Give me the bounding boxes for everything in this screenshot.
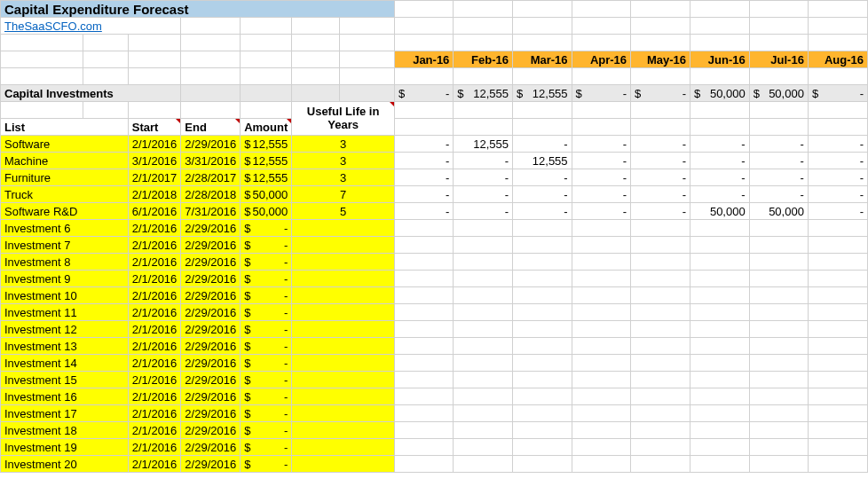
month-cell[interactable] xyxy=(572,220,630,237)
month-cell[interactable] xyxy=(572,372,630,388)
cell[interactable] xyxy=(394,1,453,18)
month-cell[interactable] xyxy=(690,405,750,422)
month-cell[interactable] xyxy=(454,422,513,439)
month-cell[interactable] xyxy=(808,355,867,372)
month-cell[interactable] xyxy=(631,304,690,321)
month-cell[interactable]: - xyxy=(512,169,572,186)
investment-name[interactable]: Investment 19 xyxy=(1,439,129,456)
amount[interactable]: - xyxy=(241,254,292,271)
end-date[interactable]: 2/29/2016 xyxy=(181,237,241,254)
month-cell[interactable] xyxy=(454,338,513,355)
month-cell[interactable] xyxy=(454,254,513,271)
month-cell[interactable] xyxy=(572,405,630,422)
investment-name[interactable]: Software R&D xyxy=(1,203,129,220)
month-cell[interactable]: - xyxy=(572,153,630,169)
start-date[interactable]: 2/1/2016 xyxy=(128,254,181,271)
month-cell[interactable]: - xyxy=(454,153,513,169)
month-cell[interactable] xyxy=(512,355,572,372)
amount[interactable]: - xyxy=(241,355,292,372)
end-date[interactable]: 2/29/2016 xyxy=(181,388,241,405)
amount[interactable]: - xyxy=(241,237,292,254)
month-cell[interactable]: 12,555 xyxy=(512,153,572,169)
cell[interactable] xyxy=(808,1,867,18)
investment-name[interactable]: Investment 9 xyxy=(1,271,129,287)
end-date[interactable]: 2/29/2016 xyxy=(181,220,241,237)
month-cell[interactable] xyxy=(454,456,513,473)
start-date[interactable]: 3/1/2016 xyxy=(128,153,181,169)
month-cell[interactable]: - xyxy=(749,153,808,169)
amount[interactable]: - xyxy=(241,321,292,338)
month-cell[interactable] xyxy=(690,372,750,388)
month-cell[interactable] xyxy=(512,439,572,456)
useful-life[interactable] xyxy=(292,254,395,271)
month-cell[interactable] xyxy=(749,287,808,304)
month-cell[interactable] xyxy=(394,355,453,372)
start-date[interactable]: 2/1/2016 xyxy=(128,271,181,287)
month-cell[interactable] xyxy=(631,220,690,237)
month-cell[interactable]: - xyxy=(394,136,453,153)
month-cell[interactable] xyxy=(512,220,572,237)
useful-life[interactable] xyxy=(292,439,395,456)
amount[interactable]: - xyxy=(241,456,292,473)
month-cell[interactable] xyxy=(749,254,808,271)
end-date[interactable]: 2/29/2016 xyxy=(181,355,241,372)
start-date[interactable]: 2/1/2016 xyxy=(128,304,181,321)
investment-name[interactable]: Investment 12 xyxy=(1,321,129,338)
month-cell[interactable] xyxy=(631,388,690,405)
investment-name[interactable]: Software xyxy=(1,136,129,153)
useful-life[interactable]: 7 xyxy=(292,186,395,203)
end-date[interactable]: 2/29/2016 xyxy=(181,338,241,355)
useful-life[interactable] xyxy=(292,321,395,338)
end-date[interactable]: 2/29/2016 xyxy=(181,321,241,338)
month-cell[interactable]: 50,000 xyxy=(749,203,808,220)
investment-name[interactable]: Investment 8 xyxy=(1,254,129,271)
month-cell[interactable] xyxy=(808,287,867,304)
amount[interactable]: 12,555 xyxy=(241,153,292,169)
end-date[interactable]: 2/29/2016 xyxy=(181,271,241,287)
end-date[interactable]: 2/29/2016 xyxy=(181,439,241,456)
cell[interactable] xyxy=(512,1,572,18)
month-cell[interactable] xyxy=(512,237,572,254)
month-cell[interactable] xyxy=(631,439,690,456)
month-cell[interactable]: 12,555 xyxy=(454,136,513,153)
month-cell[interactable] xyxy=(454,271,513,287)
end-date[interactable]: 2/29/2016 xyxy=(181,287,241,304)
useful-life[interactable] xyxy=(292,287,395,304)
cell[interactable] xyxy=(749,1,808,18)
month-cell[interactable] xyxy=(749,355,808,372)
month-cell[interactable] xyxy=(454,237,513,254)
month-cell[interactable] xyxy=(690,271,750,287)
month-cell[interactable] xyxy=(749,321,808,338)
amount[interactable]: - xyxy=(241,405,292,422)
start-date[interactable]: 2/1/2016 xyxy=(128,237,181,254)
start-date[interactable]: 2/1/2016 xyxy=(128,338,181,355)
investment-name[interactable]: Investment 7 xyxy=(1,237,129,254)
month-cell[interactable] xyxy=(808,304,867,321)
amount[interactable]: - xyxy=(241,304,292,321)
useful-life[interactable] xyxy=(292,338,395,355)
end-date[interactable]: 2/29/2016 xyxy=(181,304,241,321)
investment-name[interactable]: Investment 11 xyxy=(1,304,129,321)
useful-life[interactable]: 3 xyxy=(292,153,395,169)
month-cell[interactable] xyxy=(394,237,453,254)
cell[interactable] xyxy=(631,1,690,18)
month-cell[interactable] xyxy=(631,338,690,355)
month-cell[interactable] xyxy=(572,439,630,456)
month-cell[interactable] xyxy=(512,456,572,473)
start-date[interactable]: 2/1/2017 xyxy=(128,169,181,186)
month-cell[interactable] xyxy=(572,456,630,473)
end-date[interactable]: 2/29/2016 xyxy=(181,456,241,473)
month-cell[interactable]: - xyxy=(394,153,453,169)
spreadsheet-grid[interactable]: Capital Expenditure ForecastTheSaaSCFO.c… xyxy=(0,0,868,473)
investment-name[interactable]: Investment 18 xyxy=(1,422,129,439)
month-cell[interactable] xyxy=(631,237,690,254)
month-cell[interactable]: - xyxy=(690,186,750,203)
month-cell[interactable]: - xyxy=(808,169,867,186)
month-cell[interactable] xyxy=(690,388,750,405)
month-cell[interactable] xyxy=(572,287,630,304)
month-cell[interactable] xyxy=(512,388,572,405)
month-cell[interactable] xyxy=(749,405,808,422)
month-cell[interactable]: - xyxy=(572,169,630,186)
start-date[interactable]: 2/1/2016 xyxy=(128,321,181,338)
amount[interactable]: - xyxy=(241,439,292,456)
